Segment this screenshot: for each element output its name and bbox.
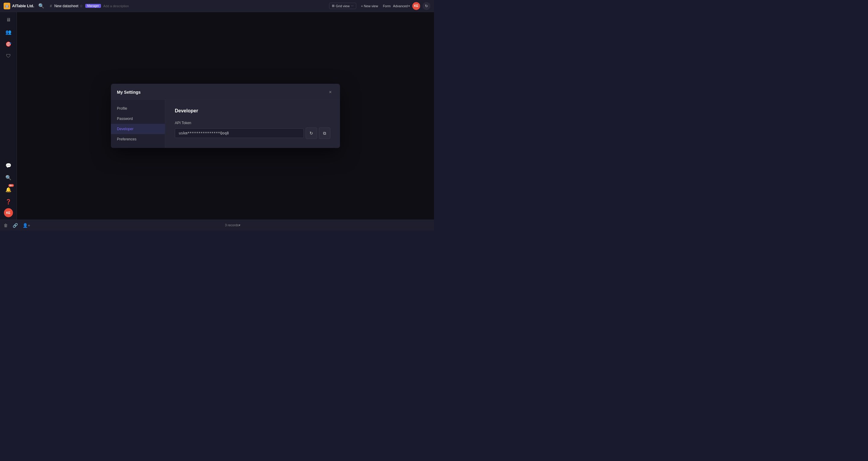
grid-icon: ⊞ xyxy=(332,4,335,8)
topbar-center: # New datasheet ☆ Manager Add a descript… xyxy=(50,4,327,8)
search-icon[interactable]: 🔍 xyxy=(38,2,45,10)
sidebar-item-target[interactable]: 🎯 xyxy=(3,38,14,50)
close-button[interactable]: × xyxy=(327,89,334,96)
sidebar-item-help[interactable]: ❓ xyxy=(3,196,14,207)
modal-overlay: My Settings × Profile Password Developer… xyxy=(17,12,434,220)
chevron-icon: ⋯ xyxy=(351,4,353,7)
bottom-icons: 🗑 🔗 👤+ xyxy=(4,223,30,228)
nav-item-profile[interactable]: Profile xyxy=(111,103,165,114)
logo-icon: 🤖 xyxy=(4,3,10,9)
app-name: AITable Ltd. xyxy=(12,4,34,8)
copy-token-button[interactable]: ⧉ xyxy=(319,127,330,139)
sidebar-item-search[interactable]: 🔍 xyxy=(3,172,14,183)
advanced-button[interactable]: Advanced ▾ xyxy=(393,4,410,8)
trash-icon[interactable]: 🗑 xyxy=(4,223,8,228)
new-view-button[interactable]: + New view xyxy=(359,3,381,9)
form-button[interactable]: Form xyxy=(383,4,391,8)
main-layout: 🖥 👥 🎯 🛡 💬 🔍 🔔 99+ ❓ KE My Se xyxy=(0,12,434,220)
modal-nav: Profile Password Developer Preferences xyxy=(111,100,165,148)
api-token-label: API Token xyxy=(175,121,330,125)
settings-modal: My Settings × Profile Password Developer… xyxy=(111,84,340,148)
records-count: 3 records▾ xyxy=(35,223,430,227)
sidebar-item-monitor[interactable]: 🖥 xyxy=(3,14,14,25)
section-title: Developer xyxy=(175,108,330,114)
hash-icon: # xyxy=(50,4,52,8)
share-icon[interactable]: 🔗 xyxy=(13,223,18,228)
notification-badge: 99+ xyxy=(8,184,14,187)
modal-content: Developer API Token ↻ ⧉ xyxy=(165,100,340,148)
topbar: 🤖 AITable Ltd. 🔍 # New datasheet ☆ Manag… xyxy=(0,0,434,12)
sidebar-item-shield[interactable]: 🛡 xyxy=(3,51,14,61)
avatar[interactable]: KE xyxy=(412,2,420,10)
bottombar: 🗑 🔗 👤+ 3 records▾ xyxy=(0,220,434,230)
content-area: My Settings × Profile Password Developer… xyxy=(17,12,434,220)
sidebar: 🖥 👥 🎯 🛡 💬 🔍 🔔 99+ ❓ KE xyxy=(0,12,17,220)
chevron-down-icon: ▾ xyxy=(408,4,410,7)
sidebar-item-notifications[interactable]: 🔔 99+ xyxy=(3,184,14,195)
sidebar-avatar[interactable]: KE xyxy=(4,208,13,217)
modal-body: Profile Password Developer Preferences D… xyxy=(111,100,340,148)
add-user-icon[interactable]: 👤+ xyxy=(23,223,30,228)
grid-view-button[interactable]: ⊞ Grid view ⋯ xyxy=(329,3,356,9)
topbar-actions: Form Advanced ▾ xyxy=(383,4,410,8)
modal-header: My Settings × xyxy=(111,84,340,100)
nav-item-password[interactable]: Password xyxy=(111,114,165,124)
nav-item-preferences[interactable]: Preferences xyxy=(111,134,165,144)
refresh-token-button[interactable]: ↻ xyxy=(306,127,317,139)
add-description[interactable]: Add a description xyxy=(103,4,129,8)
refresh-icon[interactable]: ↻ xyxy=(423,2,430,10)
star-icon: ☆ xyxy=(80,4,83,8)
api-token-row: ↻ ⧉ xyxy=(175,127,330,139)
modal-title: My Settings xyxy=(117,90,141,95)
sidebar-item-chat[interactable]: 💬 xyxy=(3,160,14,171)
nav-item-developer[interactable]: Developer xyxy=(111,124,165,134)
api-token-input[interactable] xyxy=(175,128,304,138)
app-logo: 🤖 AITable Ltd. xyxy=(4,3,34,9)
datasheet-name: New datasheet ☆ xyxy=(54,4,83,8)
topbar-right: ⊞ Grid view ⋯ + New view Form Advanced ▾… xyxy=(329,2,430,10)
sidebar-item-users[interactable]: 👥 xyxy=(3,27,14,37)
manager-badge: Manager xyxy=(85,4,101,8)
